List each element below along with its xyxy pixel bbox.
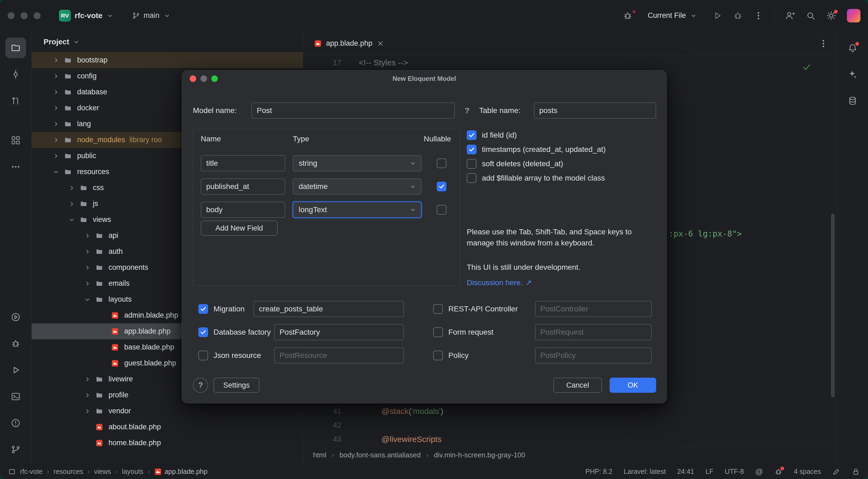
option-timestamps-created-at-updated-at-[interactable]: timestamps (created_at, updated_at) <box>467 142 606 157</box>
tree-item-about-blade-php[interactable]: about.blade.php <box>32 419 303 435</box>
run-configuration-selector[interactable]: Current File <box>644 9 702 23</box>
database-button[interactable] <box>842 91 863 111</box>
option-checkbox[interactable] <box>467 159 476 169</box>
path-item[interactable]: rfc-vote <box>20 468 42 476</box>
ai-assistant-button[interactable] <box>842 64 863 84</box>
tool-commit-button[interactable] <box>5 64 26 84</box>
table-name-help-icon[interactable]: ? <box>465 102 469 119</box>
field-type-select[interactable]: string <box>293 155 422 171</box>
option-checkbox[interactable] <box>467 173 476 183</box>
chevron-right-icon[interactable] <box>52 136 64 144</box>
chevron-right-icon[interactable] <box>52 104 64 112</box>
project-selector[interactable]: RV rfc-vote <box>55 7 118 24</box>
tab-app-blade-php[interactable]: app.blade.php <box>311 32 387 55</box>
tool-terminal-button[interactable] <box>5 386 26 407</box>
discussion-link[interactable]: Discussion here. ↗ <box>467 278 532 287</box>
artifact-input[interactable] <box>274 347 404 364</box>
editor-scrollbar[interactable] <box>831 213 835 397</box>
breadcrumb-item[interactable]: html <box>313 451 326 459</box>
artifact-checkbox[interactable] <box>198 327 208 337</box>
chevron-right-icon[interactable] <box>52 72 64 80</box>
chevron-right-icon[interactable] <box>84 232 95 240</box>
nullable-checkbox[interactable] <box>437 205 446 215</box>
tree-item-home-blade-php[interactable]: home.blade.php <box>32 435 303 451</box>
window-controls[interactable] <box>7 12 40 19</box>
statusbar-encoding[interactable]: UTF-8 <box>725 468 744 476</box>
dialog-zoom-button[interactable] <box>211 75 218 82</box>
artifact-checkbox[interactable] <box>433 351 443 360</box>
path-item[interactable]: resources <box>54 468 83 476</box>
tool-services-button[interactable] <box>5 307 26 327</box>
settings-button[interactable] <box>826 11 836 21</box>
tool-debug-button[interactable] <box>5 333 26 354</box>
notifications-button[interactable] <box>842 38 863 58</box>
search-icon[interactable] <box>806 11 815 21</box>
add-new-field-button[interactable]: Add New Field <box>201 220 278 236</box>
field-name-input[interactable] <box>201 155 285 171</box>
at-icon[interactable]: @ <box>755 467 763 476</box>
more-actions-kebab-icon[interactable] <box>753 11 763 21</box>
model-name-input[interactable] <box>251 102 455 119</box>
add-user-icon[interactable] <box>785 11 795 21</box>
tool-pull-requests-button[interactable] <box>5 91 26 111</box>
branch-selector[interactable]: main <box>128 9 175 23</box>
chevron-right-icon[interactable] <box>52 152 64 160</box>
tool-run-button[interactable] <box>5 360 26 380</box>
chevron-right-icon[interactable] <box>52 57 64 64</box>
tool-project-button[interactable] <box>5 38 26 58</box>
artifact-input[interactable] <box>274 324 404 340</box>
ok-button[interactable]: OK <box>610 378 656 393</box>
zoom-window-button[interactable] <box>34 12 40 19</box>
option-checkbox[interactable] <box>467 130 476 140</box>
artifact-checkbox[interactable] <box>433 304 443 314</box>
minimize-window-button[interactable] <box>21 12 28 19</box>
dialog-settings-button[interactable]: Settings <box>214 378 259 393</box>
pen-icon[interactable] <box>832 468 840 476</box>
chevron-down-icon[interactable] <box>84 296 95 303</box>
field-type-select[interactable]: datetime <box>293 178 422 195</box>
option-add-fillable-array-to-the-model-class[interactable]: add $fillable array to the model class <box>467 171 606 185</box>
lock-icon[interactable] <box>852 468 860 476</box>
close-icon[interactable] <box>377 40 384 47</box>
tree-item-bootstrap[interactable]: bootstrap <box>32 52 303 68</box>
chevron-right-icon[interactable] <box>68 184 80 192</box>
breadcrumb-item[interactable]: body.font-sans.antialiased <box>340 451 421 459</box>
chevron-right-icon[interactable] <box>84 375 95 383</box>
tool-version-control-button[interactable] <box>5 439 26 460</box>
nullable-checkbox[interactable] <box>437 159 446 168</box>
chevron-right-icon[interactable] <box>84 391 95 399</box>
chevron-right-icon[interactable] <box>84 248 95 255</box>
editor-options-kebab-icon[interactable] <box>818 39 828 48</box>
artifact-input[interactable] <box>535 301 652 317</box>
artifact-input[interactable] <box>535 347 652 364</box>
profiler-button[interactable]: ✕ <box>623 11 632 21</box>
chevron-right-icon[interactable] <box>68 200 80 208</box>
chevron-right-icon[interactable] <box>52 89 64 96</box>
debug-button[interactable] <box>733 11 743 21</box>
artifact-checkbox[interactable] <box>198 351 208 360</box>
artifact-checkbox[interactable] <box>433 327 443 337</box>
option-soft-deletes-deleted-at-[interactable]: soft deletes (deleted_at) <box>467 157 606 171</box>
statusbar-laravel-version[interactable]: Laravel: latest <box>624 468 666 476</box>
path-item[interactable]: layouts <box>122 468 144 476</box>
path-item[interactable]: app.blade.php <box>164 468 207 476</box>
artifact-checkbox[interactable] <box>198 304 208 314</box>
nullable-checkbox[interactable] <box>437 182 446 192</box>
artifact-input[interactable] <box>253 301 404 317</box>
chevron-down-icon[interactable] <box>68 216 80 224</box>
chevron-down-icon[interactable] <box>52 168 64 176</box>
field-name-input[interactable] <box>201 202 285 218</box>
run-button[interactable] <box>712 11 722 21</box>
tool-more-button[interactable] <box>5 157 26 177</box>
tool-problems-button[interactable] <box>5 413 26 433</box>
path-item[interactable]: views <box>94 468 111 476</box>
inspections-ok-icon[interactable] <box>802 62 811 72</box>
dialog-close-button[interactable] <box>190 75 196 82</box>
chevron-right-icon[interactable] <box>84 264 95 271</box>
project-panel-header[interactable]: Project <box>32 32 303 52</box>
statusbar-line-ending[interactable]: LF <box>705 468 713 476</box>
dialog-window-controls[interactable] <box>190 75 218 82</box>
field-type-select[interactable]: longText <box>293 202 422 218</box>
table-name-input[interactable] <box>534 102 656 119</box>
statusbar-indent[interactable]: 4 spaces <box>794 468 821 476</box>
